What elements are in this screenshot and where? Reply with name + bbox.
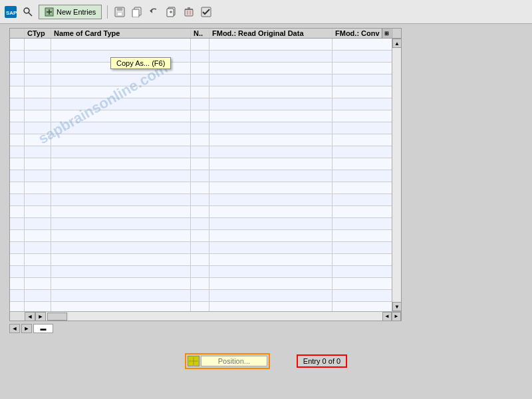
table-row[interactable] <box>10 86 401 98</box>
cell-n[interactable] <box>191 146 209 158</box>
cell-fmod2[interactable] <box>332 122 401 134</box>
undo-icon[interactable] <box>148 5 161 19</box>
table-row[interactable] <box>10 254 401 266</box>
cell-name[interactable] <box>51 194 191 205</box>
nav-prev-button[interactable]: ◄ <box>9 324 20 333</box>
cell-ctyp[interactable] <box>25 63 51 74</box>
cell-n[interactable] <box>191 86 209 98</box>
cell-fmod2[interactable] <box>332 302 401 311</box>
nav-left-button[interactable]: ◄ <box>25 312 35 321</box>
cell-ctyp[interactable] <box>25 158 51 170</box>
table-row[interactable] <box>10 170 401 182</box>
cell-ctyp[interactable] <box>25 278 51 289</box>
cell-checkbox[interactable] <box>10 51 25 62</box>
cell-n[interactable] <box>191 182 209 194</box>
cell-fmod2[interactable] <box>332 254 401 265</box>
table-row[interactable] <box>10 63 401 74</box>
scroll-down-button[interactable]: ▼ <box>392 302 401 311</box>
cell-n[interactable] <box>191 134 209 146</box>
horizontal-scrollbar[interactable]: ◄ ► ◄ ► <box>10 311 401 321</box>
hscroll-left-button[interactable]: ◄ <box>382 312 392 321</box>
cell-checkbox[interactable] <box>10 266 25 277</box>
cell-fmod1[interactable] <box>209 254 332 265</box>
cell-checkbox[interactable] <box>10 146 25 158</box>
cell-ctyp[interactable] <box>25 194 51 205</box>
hscroll-right-button[interactable]: ► <box>392 312 401 321</box>
cell-ctyp[interactable] <box>25 230 51 241</box>
cell-checkbox[interactable] <box>10 230 25 241</box>
cell-ctyp[interactable] <box>25 39 51 50</box>
cell-checkbox[interactable] <box>10 218 25 229</box>
table-row[interactable] <box>10 146 401 158</box>
cell-ctyp[interactable] <box>25 302 51 311</box>
table-row[interactable] <box>10 218 401 230</box>
cell-fmod1[interactable] <box>209 194 332 205</box>
cell-fmod1[interactable] <box>209 98 332 110</box>
vertical-scrollbar[interactable]: ▲ ▼ <box>392 39 401 311</box>
cell-checkbox[interactable] <box>10 110 25 122</box>
cell-fmod1[interactable] <box>209 63 332 74</box>
cell-n[interactable] <box>191 51 209 62</box>
cell-ctyp[interactable] <box>25 86 51 98</box>
cell-fmod1[interactable] <box>209 134 332 146</box>
cell-n[interactable] <box>191 266 209 277</box>
cell-n[interactable] <box>191 39 209 50</box>
cell-fmod1[interactable] <box>209 230 332 241</box>
col-header-fmod1[interactable]: FMod.: Read Original Data <box>209 29 332 38</box>
cell-name[interactable] <box>51 158 191 170</box>
cell-checkbox[interactable] <box>10 302 25 311</box>
cell-n[interactable] <box>191 302 209 311</box>
col-header-fmod2[interactable]: FMod.: Conv ⊞ <box>332 29 392 38</box>
col-header-name[interactable]: Name of Card Type <box>51 29 191 38</box>
copy-icon[interactable] <box>130 5 144 19</box>
cell-fmod2[interactable] <box>332 242 401 253</box>
cell-fmod2[interactable] <box>332 146 401 158</box>
cell-fmod1[interactable] <box>209 302 332 311</box>
table-row[interactable] <box>10 110 401 122</box>
position-input[interactable] <box>201 356 267 366</box>
cell-fmod2[interactable] <box>332 194 401 205</box>
cell-fmod2[interactable] <box>332 134 401 146</box>
sap-logo-icon[interactable]: SAP <box>4 5 17 19</box>
cell-fmod1[interactable] <box>209 86 332 98</box>
table-row[interactable] <box>10 278 401 290</box>
cell-name[interactable] <box>51 134 191 146</box>
table-row[interactable] <box>10 134 401 146</box>
cell-fmod2[interactable] <box>332 51 401 62</box>
cell-n[interactable] <box>191 170 209 182</box>
table-row[interactable] <box>10 266 401 278</box>
cell-fmod1[interactable] <box>209 51 332 62</box>
cell-fmod1[interactable] <box>209 242 332 253</box>
cell-ctyp[interactable] <box>25 122 51 134</box>
table-row[interactable] <box>10 206 401 218</box>
cell-name[interactable] <box>51 170 191 182</box>
cell-fmod1[interactable] <box>209 110 332 122</box>
find-icon[interactable] <box>21 5 35 19</box>
table-row[interactable] <box>10 194 401 206</box>
col-resize-icon[interactable]: ⊞ <box>382 29 391 38</box>
cell-fmod2[interactable] <box>332 290 401 301</box>
cell-ctyp[interactable] <box>25 218 51 229</box>
cell-fmod2[interactable] <box>332 182 401 194</box>
cell-n[interactable] <box>191 290 209 301</box>
cell-checkbox[interactable] <box>10 182 25 194</box>
cell-name[interactable] <box>51 290 191 301</box>
nav-right-button[interactable]: ► <box>35 312 46 321</box>
cell-name[interactable] <box>51 242 191 253</box>
cell-fmod2[interactable] <box>332 170 401 182</box>
cell-checkbox[interactable] <box>10 134 25 146</box>
table-body[interactable]: ▲ ▼ <box>10 39 401 311</box>
cell-checkbox[interactable] <box>10 86 25 98</box>
cell-fmod1[interactable] <box>209 266 332 277</box>
cell-fmod1[interactable] <box>209 122 332 134</box>
cell-name[interactable] <box>51 110 191 122</box>
table-row[interactable] <box>10 51 401 63</box>
scroll-track[interactable] <box>392 48 401 302</box>
table-row[interactable] <box>10 39 401 51</box>
cell-name[interactable] <box>51 86 191 98</box>
cell-fmod2[interactable] <box>332 266 401 277</box>
cell-fmod1[interactable] <box>209 290 332 301</box>
cell-checkbox[interactable] <box>10 63 25 74</box>
cell-checkbox[interactable] <box>10 242 25 253</box>
new-entries-button[interactable]: New Entries <box>39 5 102 19</box>
